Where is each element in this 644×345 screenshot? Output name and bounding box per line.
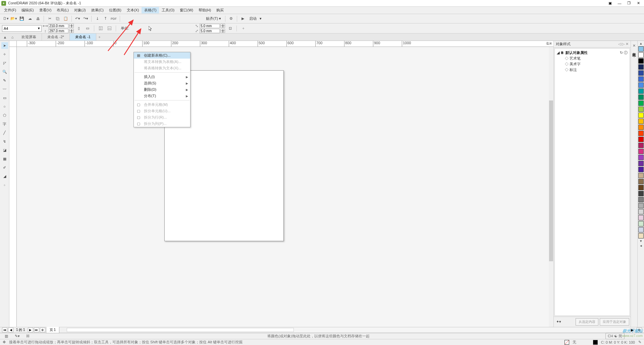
color-eyedropper-tool[interactable]: ✐: [1, 164, 8, 171]
color-swatch[interactable]: [638, 173, 644, 178]
page-layout-button[interactable]: ⿲: [97, 25, 104, 32]
page-layout2-button[interactable]: ⿳: [106, 25, 113, 32]
pick-tool[interactable]: ➤: [1, 42, 8, 49]
menu-item[interactable]: ▦创建新表格(C)...: [134, 52, 190, 59]
scrollbar-thumb[interactable]: [549, 100, 553, 261]
menu-item-0[interactable]: 文件(F): [1, 7, 19, 13]
color-swatch[interactable]: [638, 113, 644, 118]
last-page-button[interactable]: ⏭: [34, 328, 39, 332]
color-swatch[interactable]: [638, 125, 644, 130]
ruler-origin[interactable]: [9, 41, 17, 47]
artistic-media-tool[interactable]: 〰: [1, 86, 8, 92]
eyedropper-icon[interactable]: ✎▾: [13, 333, 21, 340]
vertical-scrollbar[interactable]: [549, 47, 553, 327]
color-swatch[interactable]: [638, 221, 644, 226]
from-selection-button[interactable]: 从选定内容: [576, 318, 598, 326]
horizontal-scrollbar[interactable]: ▶: [67, 328, 635, 332]
add-tool[interactable]: ＋: [1, 182, 8, 188]
page-width-input[interactable]: [48, 24, 68, 28]
canvas[interactable]: [17, 47, 553, 327]
crop-tool[interactable]: ◸: [1, 60, 8, 66]
color-swatch[interactable]: [638, 137, 644, 142]
open-button[interactable]: 📂▾: [10, 15, 17, 22]
menu-item-2[interactable]: 查看(V): [37, 7, 54, 13]
doc-tab-2[interactable]: 未命名 -1: [70, 33, 96, 41]
tree-root[interactable]: ◢ 🗎 默认对象属性 ↻ ⓘ: [557, 50, 628, 56]
color-swatch[interactable]: [638, 143, 644, 148]
next-page-button[interactable]: ▶: [28, 328, 33, 332]
side-tab-label[interactable]: 对象样式: [632, 48, 637, 52]
color-swatch[interactable]: [638, 203, 644, 208]
panel-controls[interactable]: ◁ ▷ ✕: [618, 42, 629, 46]
menu-item-5[interactable]: 效果(C): [89, 7, 106, 13]
menu-item-7[interactable]: 文本(X): [124, 7, 142, 13]
launch-icon[interactable]: ▶: [239, 15, 247, 22]
input-lang[interactable]: CH ☯ 简: [605, 333, 625, 339]
palette-expand-arrow[interactable]: ◂: [640, 243, 642, 248]
minimize-button[interactable]: —: [617, 1, 622, 6]
landscape-button[interactable]: ▭: [84, 25, 91, 32]
color-swatch[interactable]: [638, 76, 644, 82]
menu-item-6[interactable]: 位图(B): [106, 7, 124, 13]
color-swatch[interactable]: [638, 131, 644, 136]
drop-shadow-tool[interactable]: ◪: [1, 147, 8, 153]
color-swatch[interactable]: [638, 100, 644, 106]
scrollbar-thumb[interactable]: [67, 328, 294, 332]
options-button[interactable]: ⚙: [227, 15, 235, 22]
tree-node[interactable]: ◇ 美术字: [557, 61, 628, 67]
add-docker-icon[interactable]: ＋: [632, 54, 636, 59]
duplicate-distance-button[interactable]: ⊡: [226, 25, 234, 32]
export-button[interactable]: ⤒: [102, 15, 109, 22]
nudge-x-input[interactable]: [200, 24, 220, 28]
first-page-button[interactable]: ⏮: [2, 328, 7, 332]
dock-close-icon[interactable]: ✕: [633, 44, 636, 48]
paste-button[interactable]: 📋: [62, 15, 69, 22]
new-doc-tab[interactable]: ＋: [96, 34, 103, 40]
close-button[interactable]: ✕: [636, 1, 641, 6]
menu-item[interactable]: 插入(I)▶: [134, 74, 190, 80]
menu-item-8[interactable]: 表格(T): [142, 7, 159, 13]
zoom-tool[interactable]: 🔍: [1, 68, 8, 75]
doc-toggle-icon[interactable]: ▣: [608, 1, 612, 6]
tree-node[interactable]: ◇ 艺术笔: [557, 56, 628, 61]
menu-item-4[interactable]: 对象(J): [71, 7, 89, 13]
add-button[interactable]: ＋: [239, 25, 247, 32]
nav-extra-button[interactable]: ⊞: [637, 328, 642, 332]
connector-tool[interactable]: ↯: [1, 138, 8, 145]
add-page-button[interactable]: ⊕: [40, 328, 45, 332]
transparency-tool[interactable]: ▦: [1, 155, 8, 162]
color-swatch[interactable]: [638, 149, 644, 154]
maximize-button[interactable]: ❐: [627, 1, 631, 6]
portrait-button[interactable]: ▯: [75, 25, 83, 32]
color-swatch[interactable]: [638, 191, 644, 196]
color-swatch[interactable]: [638, 94, 644, 100]
menu-item[interactable]: 选择(S)▶: [134, 80, 190, 86]
color-swatch[interactable]: [638, 52, 644, 58]
new-style-icon[interactable]: ✦▾: [555, 318, 562, 325]
publish-pdf-button[interactable]: PDF: [110, 15, 118, 22]
menu-item-1[interactable]: 编辑(E): [19, 7, 37, 13]
launch-dropdown[interactable]: 启动 ▾: [247, 16, 264, 21]
color-swatch[interactable]: [638, 155, 644, 160]
tree-node[interactable]: ◇ 标注: [557, 67, 628, 73]
color-swatch[interactable]: [638, 179, 644, 184]
menu-item-10[interactable]: 窗口(W): [177, 7, 196, 13]
redo-button[interactable]: ↷▾: [82, 15, 89, 22]
import-button[interactable]: ⤓: [94, 15, 101, 22]
doc-tab-0[interactable]: 欢迎屏幕: [16, 33, 42, 41]
fill-swatch[interactable]: [565, 340, 569, 345]
parallel-dim-tool[interactable]: ╱: [1, 129, 8, 136]
color-swatch[interactable]: [638, 70, 644, 76]
menu-item-11[interactable]: 帮助(H): [196, 7, 214, 13]
nudge-y-input[interactable]: [200, 29, 220, 33]
no-color-icon[interactable]: ☒: [24, 333, 32, 340]
copy-button[interactable]: ⿻: [54, 15, 61, 22]
page-tab[interactable]: 页 1: [46, 327, 59, 333]
print-button[interactable]: 🖶: [34, 15, 42, 22]
color-swatch[interactable]: [638, 107, 644, 112]
outline-swatch[interactable]: [593, 340, 598, 345]
color-swatch[interactable]: [638, 215, 644, 220]
page-height-input[interactable]: [48, 29, 68, 33]
undo-button[interactable]: ↶▾: [74, 15, 81, 22]
ellipse-tool[interactable]: ○: [1, 103, 8, 110]
